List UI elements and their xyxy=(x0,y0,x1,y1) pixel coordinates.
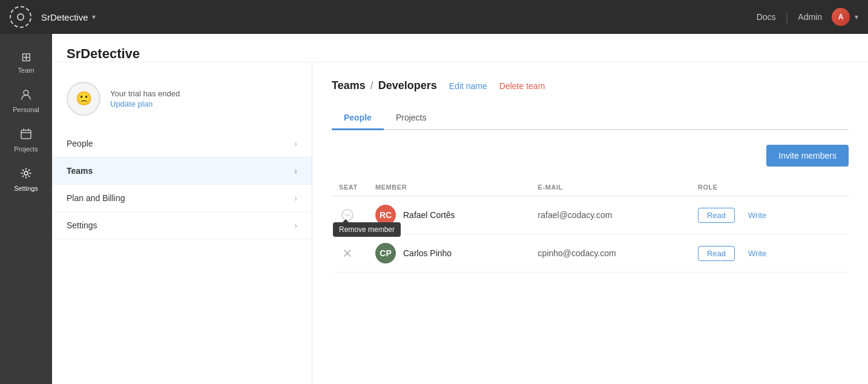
svg-point-0 xyxy=(24,90,28,95)
table-row: CP Carlos Pinho cpinho@codacy.com R xyxy=(332,234,849,273)
member-cell-2: CP Carlos Pinho xyxy=(368,234,531,273)
role-read-button-2[interactable]: Read xyxy=(698,246,735,261)
email-cell-2: cpinho@codacy.com xyxy=(531,234,691,273)
member-email-1: rafael@codacy.com xyxy=(538,210,613,220)
trial-text: Your trial has ended Update plan xyxy=(110,89,180,109)
tab-people[interactable]: People xyxy=(332,107,384,130)
two-panel: 🙁 Your trial has ended Update plan Peopl… xyxy=(52,62,868,384)
trial-message: Your trial has ended xyxy=(110,89,180,98)
breadcrumb-separator: / xyxy=(370,79,373,92)
user-menu[interactable]: A ▾ xyxy=(832,8,858,26)
role-cell-2: Read Write xyxy=(691,234,849,273)
sidebar: ⊞ Team Personal Projects Settings xyxy=(0,34,52,384)
app-name-label: SrDetective xyxy=(41,12,88,22)
member-name-1: Rafael Cortês xyxy=(403,210,455,220)
chevron-right-icon-teams: › xyxy=(294,166,297,176)
member-email-2: cpinho@codacy.com xyxy=(538,248,616,258)
menu-teams-label: Teams xyxy=(67,166,93,176)
sidebar-team-label: Team xyxy=(18,67,35,74)
user-menu-chevron-icon: ▾ xyxy=(855,13,858,21)
left-panel: 🙁 Your trial has ended Update plan Peopl… xyxy=(52,62,312,384)
sidebar-settings-label: Settings xyxy=(14,185,38,192)
update-plan-link[interactable]: Update plan xyxy=(110,99,153,108)
sidebar-item-settings[interactable]: Settings xyxy=(3,161,49,198)
sidebar-item-projects[interactable]: Projects xyxy=(3,122,49,159)
sidebar-personal-label: Personal xyxy=(13,106,39,113)
settings-menu-people[interactable]: People › xyxy=(52,130,312,157)
role-cell-1: Read Write xyxy=(691,196,849,234)
email-cell-1: rafael@codacy.com xyxy=(531,196,691,234)
trial-banner: 🙁 Your trial has ended Update plan xyxy=(52,74,312,130)
col-seat: SEAT xyxy=(332,179,368,196)
sidebar-item-personal[interactable]: Personal xyxy=(3,82,49,119)
role-write-button-1[interactable]: Write xyxy=(740,208,775,222)
top-navigation: SrDetective ▾ Docs | Admin A ▾ xyxy=(0,0,868,34)
nav-divider: | xyxy=(786,11,789,24)
remove-seat-icon-2[interactable] xyxy=(339,245,356,262)
breadcrumb-child: Developers xyxy=(378,79,437,92)
seat-cell-1: Remove member xyxy=(332,196,368,234)
app-name[interactable]: SrDetective ▾ xyxy=(41,12,96,22)
breadcrumb-parent: Teams xyxy=(332,79,366,92)
sidebar-item-team[interactable]: ⊞ Team xyxy=(3,44,49,80)
team-icon: ⊞ xyxy=(21,50,31,64)
members-table: SEAT MEMBER E-MAIL ROLE xyxy=(332,179,849,273)
role-read-button-1[interactable]: Read xyxy=(698,208,735,223)
right-panel: Teams / Developers Edit name Delete team… xyxy=(312,62,868,384)
chevron-right-icon-plan: › xyxy=(294,193,297,203)
member-avatar-2: CP xyxy=(375,243,396,263)
chevron-right-icon: › xyxy=(294,139,297,148)
tabs: People Projects xyxy=(332,107,849,130)
member-name-2: Carlos Pinho xyxy=(403,248,452,258)
page-title: SrDetective xyxy=(67,46,853,62)
app-logo xyxy=(10,6,31,28)
main-layout: ⊞ Team Personal Projects Settings SrDete… xyxy=(0,34,868,384)
edit-name-link[interactable]: Edit name xyxy=(449,81,487,91)
chevron-right-icon-settings: › xyxy=(294,220,297,230)
docs-link[interactable]: Docs xyxy=(757,12,776,22)
menu-settings-label: Settings xyxy=(67,220,97,230)
trial-face-icon: 🙁 xyxy=(67,82,100,116)
menu-people-label: People xyxy=(67,139,93,148)
col-member: MEMBER xyxy=(368,179,531,196)
sidebar-projects-label: Projects xyxy=(14,145,38,153)
settings-menu-settings[interactable]: Settings › xyxy=(52,212,312,239)
remove-member-tooltip: Remove member xyxy=(333,222,401,237)
role-write-button-2[interactable]: Write xyxy=(740,247,775,260)
topnav-right: Docs | Admin A ▾ xyxy=(757,8,858,26)
page-header: SrDetective xyxy=(52,34,868,62)
breadcrumb: Teams / Developers Edit name Delete team xyxy=(332,79,849,92)
app-name-chevron-icon: ▾ xyxy=(92,13,96,21)
settings-menu-plan-billing[interactable]: Plan and Billing › xyxy=(52,185,312,212)
content-area: SrDetective 🙁 Your trial has ended Updat… xyxy=(52,34,868,384)
table-row: Remove member RC Rafael Cortês xyxy=(332,196,849,234)
settings-menu-teams[interactable]: Teams › xyxy=(52,157,312,185)
avatar: A xyxy=(832,8,850,26)
invite-row: Invite members xyxy=(332,145,849,167)
admin-label: Admin xyxy=(798,12,822,22)
settings-icon xyxy=(20,167,32,182)
menu-plan-billing-label: Plan and Billing xyxy=(67,193,125,203)
seat-cell-2 xyxy=(332,234,368,273)
personal-icon xyxy=(20,88,32,104)
svg-point-2 xyxy=(24,171,28,175)
tab-projects[interactable]: Projects xyxy=(384,107,439,130)
invite-members-button[interactable]: Invite members xyxy=(766,145,849,167)
projects-icon xyxy=(20,128,32,143)
col-email: E-MAIL xyxy=(531,179,691,196)
delete-team-link[interactable]: Delete team xyxy=(499,81,545,91)
col-role: ROLE xyxy=(691,179,849,196)
svg-rect-1 xyxy=(21,130,31,139)
